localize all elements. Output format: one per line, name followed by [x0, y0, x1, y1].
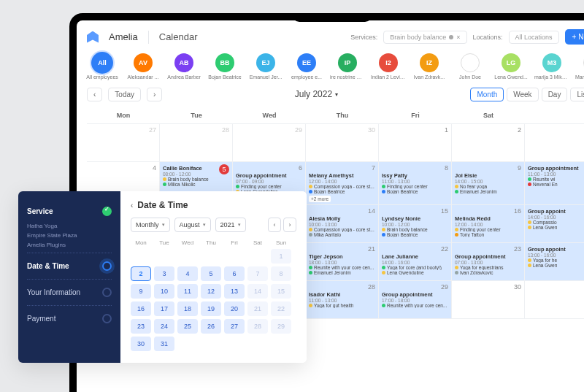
calendar-cell[interactable]: 15Lyndsey Nonie10:00 - 12:00Brain body b…: [379, 205, 452, 243]
new-button[interactable]: + Ne: [565, 29, 584, 45]
employee-avatar[interactable]: ABAndrea Barber: [169, 53, 199, 80]
calendar-cell[interactable]: 8Issy Patty11:00 - 13:00Finding your cen…: [379, 162, 452, 205]
mini-day[interactable]: 21: [247, 301, 268, 316]
mini-prev-button[interactable]: ‹: [268, 218, 281, 232]
mini-day[interactable]: 5: [201, 266, 221, 281]
employee-avatar[interactable]: John Doe: [455, 53, 485, 80]
mini-day[interactable]: 2: [131, 266, 151, 281]
calendar-cell[interactable]: 28: [160, 124, 233, 162]
mini-day[interactable]: 27: [224, 319, 245, 334]
mini-day[interactable]: 9: [131, 284, 151, 299]
employee-avatar[interactable]: LGLena Gwend...: [496, 53, 526, 80]
employee-avatar[interactable]: BBBojan Beatrice: [210, 53, 240, 80]
wizard-step-payment[interactable]: Payment: [27, 309, 112, 328]
mini-day[interactable]: 31: [154, 337, 174, 351]
booking-wizard: Service Hatha Yoga Empire State Plaza Am…: [18, 191, 307, 363]
event-tag: Bojan Beatrice: [382, 189, 448, 194]
employee-avatar[interactable]: AllAll employees: [87, 53, 118, 80]
mini-day[interactable]: 29: [271, 319, 291, 334]
calendar-cell[interactable]: 22Lane Julianne14:00 - 16:00Yoga for cor…: [379, 243, 452, 281]
mini-day[interactable]: 13: [224, 284, 245, 299]
mini-day[interactable]: 17: [154, 301, 174, 316]
mini-day[interactable]: 19: [201, 301, 221, 316]
employee-avatar[interactable]: EEemployee e...: [291, 53, 322, 80]
mini-next-button[interactable]: ›: [283, 218, 296, 232]
mini-day[interactable]: 25: [177, 319, 198, 334]
mini-day[interactable]: 20: [224, 301, 245, 316]
view-tab-month[interactable]: Month: [470, 88, 504, 101]
close-icon[interactable]: ×: [456, 34, 460, 41]
calendar-cell[interactable]: 14Alesia Molly10:00 - 13:00Compassion yo…: [306, 205, 379, 243]
month-select[interactable]: August▾: [174, 218, 211, 232]
day-number: 6: [236, 164, 302, 172]
mini-day[interactable]: 1: [271, 249, 291, 264]
event-title: Issy Patty: [382, 172, 448, 179]
calendar-toolbar: ‹ Today › July 2022 ▾ MonthWeekDayList: [87, 88, 584, 101]
mini-day[interactable]: 30: [131, 337, 151, 351]
chevron-left-icon[interactable]: ‹: [131, 201, 133, 210]
mini-day[interactable]: 26: [201, 319, 221, 334]
locations-filter[interactable]: All Locations: [509, 31, 559, 44]
wizard-sub-service-name: Hatha Yoga: [27, 221, 112, 231]
wizard-step-datetime[interactable]: Date & Time: [27, 256, 112, 276]
mini-day[interactable]: 14: [247, 284, 268, 299]
calendar-cell[interactable]: 30: [452, 281, 525, 319]
calendar-cell[interactable]: 1: [379, 124, 452, 162]
more-events[interactable]: +2 more: [309, 196, 331, 202]
employee-avatar[interactable]: M3marija 3 Mike Sober: [537, 53, 567, 80]
employee-avatar[interactable]: IPire nostrine Emily Erne: [332, 53, 363, 80]
services-filter[interactable]: Brain body balance ×: [383, 31, 466, 44]
calendar-cell[interactable]: [525, 281, 584, 319]
employee-label: ire nostrine Emily Erne: [330, 74, 365, 80]
calendar-cell[interactable]: Group appoint14:00 - 16:00CompassioLena …: [525, 205, 584, 243]
month-label[interactable]: July 2022 ▾: [295, 89, 338, 99]
prev-button[interactable]: ‹: [87, 88, 102, 101]
wizard-step-information[interactable]: Your Information: [27, 283, 112, 302]
mini-day[interactable]: 8: [271, 266, 291, 281]
mini-day[interactable]: 3: [154, 266, 174, 281]
mini-day[interactable]: 22: [271, 301, 291, 316]
calendar-cell[interactable]: 28Isador Kathi11:00 - 13:00Yoga for gut …: [306, 281, 379, 319]
day-number: 16: [455, 207, 521, 215]
today-button[interactable]: Today: [108, 88, 141, 101]
employee-avatar[interactable]: EJEmanuel Jer...: [250, 53, 281, 80]
next-button[interactable]: ›: [147, 88, 162, 101]
mini-day[interactable]: 23: [131, 319, 151, 334]
employee-avatar[interactable]: IZIvan Zdravk...: [414, 53, 445, 80]
mini-day[interactable]: 7: [247, 266, 268, 281]
calendar-cell[interactable]: [525, 124, 584, 162]
calendar-cell[interactable]: 29Group appointment17:00 - 18:00Reunite …: [379, 281, 452, 319]
employee-avatar[interactable]: I2Indian 2 Levie Erne: [373, 53, 404, 80]
view-tab-day[interactable]: Day: [542, 88, 568, 101]
mini-day[interactable]: 24: [154, 319, 174, 334]
dot-icon: [449, 35, 453, 39]
calendar-cell[interactable]: 30: [306, 124, 379, 162]
mini-day[interactable]: 11: [177, 284, 198, 299]
calendar-cell[interactable]: 7Melany Amethyst12:00 - 14:00Compassion …: [306, 162, 379, 205]
employee-avatar[interactable]: Marija Errol Marija Tess: [577, 53, 584, 80]
calendar-cell[interactable]: 23Group appointment07:00 - 13:00Yoga for…: [452, 243, 525, 281]
calendar-cell[interactable]: 9Jol Elsie14:00 - 15:00No fear yogaEmanu…: [452, 162, 525, 205]
view-tab-list[interactable]: List: [570, 88, 584, 101]
recurrence-select[interactable]: Monthly▾: [131, 218, 170, 232]
mini-day[interactable]: 18: [177, 301, 198, 316]
calendar-cell[interactable]: 21Tiger Jepson18:00 - 13:00Reunite with …: [306, 243, 379, 281]
year-select[interactable]: 2021▾: [215, 218, 246, 232]
mini-day[interactable]: 15: [271, 284, 291, 299]
mini-day[interactable]: 10: [154, 284, 174, 299]
calendar-cell[interactable]: 29: [233, 124, 306, 162]
event-tag: Mika Aaritalo: [309, 232, 375, 237]
employee-avatar[interactable]: AVAleksandar ...: [128, 53, 158, 80]
wizard-step-service[interactable]: Service: [27, 201, 112, 221]
calendar-cell[interactable]: 16Melinda Redd12:00 - 14:00Finding your …: [452, 205, 525, 243]
mini-day[interactable]: 16: [131, 301, 151, 316]
calendar-cell[interactable]: Group appointment11:00 - 13:00Reunite wi…: [525, 162, 584, 205]
mini-day[interactable]: 4: [177, 266, 198, 281]
mini-day[interactable]: 12: [201, 284, 221, 299]
mini-day[interactable]: 6: [224, 266, 245, 281]
calendar-cell[interactable]: 27: [87, 124, 160, 162]
mini-day[interactable]: 28: [247, 319, 268, 334]
view-tab-week[interactable]: Week: [507, 88, 538, 101]
calendar-cell[interactable]: 2: [452, 124, 525, 162]
calendar-cell[interactable]: Group appoint13:00 - 16:00Yoga for heLen…: [525, 243, 584, 281]
